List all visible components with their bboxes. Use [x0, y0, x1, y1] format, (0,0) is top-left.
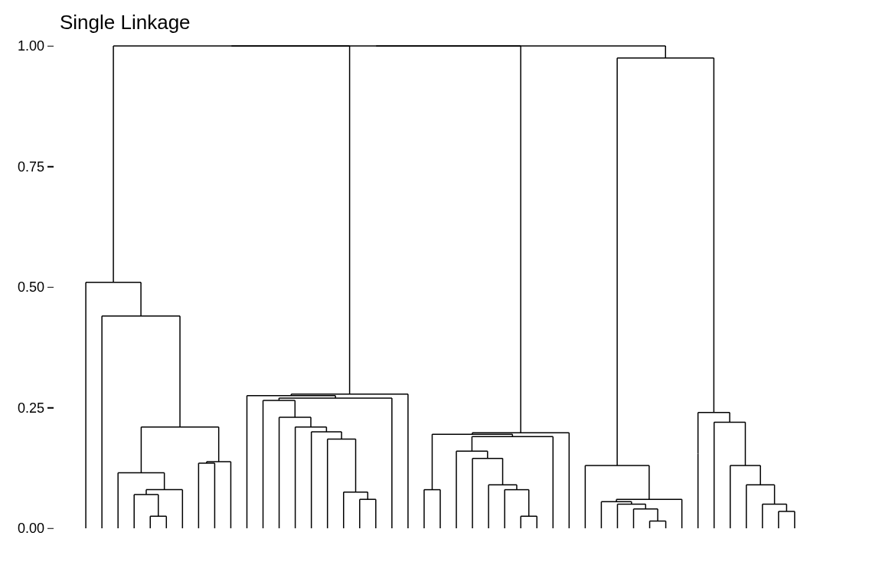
y-tick: 0.75: [6, 158, 44, 175]
y-tick: 1.00: [6, 38, 44, 54]
dendrogram-chart: Single Linkage 0.000.250.500.751.00: [0, 0, 882, 588]
dendrogram-svg: [0, 0, 882, 588]
y-tick: 0.25: [6, 400, 44, 416]
y-tick: 0.00: [6, 521, 44, 537]
y-tick: 0.50: [6, 279, 44, 296]
